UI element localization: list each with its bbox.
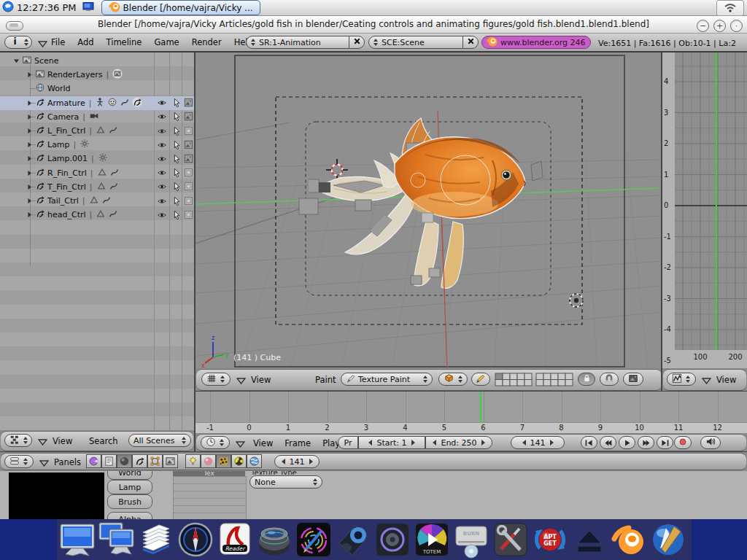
window-type-button[interactable]: i (4, 36, 32, 49)
context-button-editing[interactable] (147, 454, 163, 468)
renderable-icon[interactable] (184, 154, 193, 166)
menu-timeline[interactable]: Timeline (107, 37, 142, 47)
menu-collapse-icon[interactable] (38, 438, 47, 448)
selectable-cursor-icon[interactable] (171, 154, 182, 166)
context-button-scene[interactable] (163, 454, 178, 468)
tab-brush[interactable]: Brush (107, 494, 152, 509)
renderable-icon[interactable] (184, 140, 193, 152)
window-minimize-button[interactable]: − (697, 20, 709, 32)
record-button[interactable] (674, 436, 692, 449)
layer-grid-1[interactable] (495, 373, 533, 389)
desktop-pager-icon[interactable] (82, 1, 94, 15)
outliner-item-camera[interactable]: Camera| (0, 110, 194, 124)
menu-collapse-icon[interactable] (39, 459, 49, 469)
next-frame-button[interactable] (638, 436, 654, 449)
selectable-cursor-icon[interactable] (171, 126, 182, 139)
outliner-item-label[interactable]: R_Fin_Ctrl (47, 168, 87, 178)
renderable-icon[interactable] (184, 112, 193, 123)
dock-icon-compass[interactable] (177, 521, 214, 559)
dock-icon-speaker[interactable] (334, 521, 372, 559)
renderable-icon[interactable] (184, 196, 193, 208)
dock-icon-quill[interactable] (649, 521, 687, 559)
outliner-search-menu[interactable]: Search (89, 436, 118, 446)
visibility-eye-icon[interactable] (157, 112, 167, 124)
editor-type-button[interactable] (201, 436, 230, 449)
menu-collapse-icon[interactable] (236, 440, 245, 450)
dock-icon-camera-lens[interactable] (255, 521, 293, 559)
timeline-track[interactable] (196, 392, 747, 422)
dock-icon-dual-monitor[interactable] (98, 521, 136, 559)
outliner-item-label[interactable]: Scene (34, 56, 59, 66)
selectable-cursor-icon[interactable] (171, 182, 182, 194)
selectable-cursor-icon[interactable] (171, 140, 182, 152)
frame-field[interactable]: 141 (274, 455, 320, 468)
outliner-item-renderlayers[interactable]: RenderLayers| (0, 68, 194, 82)
screen-selector[interactable]: SR:1-Animation (246, 36, 349, 49)
menu-game[interactable]: Game (154, 37, 179, 47)
dock-icon-speaker-box[interactable] (374, 521, 411, 559)
visibility-eye-icon[interactable] (157, 210, 167, 222)
outliner-item-label[interactable]: L_Fin_Ctrl (47, 126, 85, 136)
dock-icon-apt-get[interactable]: APTGET (531, 521, 569, 559)
visibility-eye-icon[interactable] (157, 126, 167, 139)
dock-icon-eject[interactable] (570, 521, 608, 559)
outliner-item-label[interactable]: World (47, 84, 71, 93)
outliner-item-l-fin-ctrl[interactable]: L_Fin_Ctrl| (0, 124, 194, 138)
lock-layers-button[interactable] (578, 373, 595, 386)
outliner-view-menu[interactable]: View (53, 436, 72, 446)
play-button[interactable] (619, 436, 635, 449)
renderable-icon[interactable] (184, 98, 193, 109)
blender-task-button[interactable]: Blender [/home/vajra/Vicky ... (101, 0, 260, 15)
screen-delete-button[interactable] (349, 36, 365, 49)
outliner-item-tail-ctrl[interactable]: Tail_Ctrl| (0, 194, 194, 208)
subcontext-button-texture[interactable] (216, 454, 231, 468)
selectable-cursor-icon[interactable] (171, 168, 182, 180)
editor-type-button[interactable] (667, 373, 696, 386)
selectable-cursor-icon[interactable] (171, 112, 182, 124)
pivot-pencil-button[interactable] (471, 373, 490, 386)
menu-file[interactable]: File (51, 37, 65, 47)
subcontext-button-world[interactable] (247, 454, 262, 468)
mode-selector[interactable]: Texture Paint (341, 373, 433, 386)
dock-icon-burn[interactable]: BURN (452, 521, 490, 559)
outliner-item-label[interactable]: T_Fin_Ctrl (47, 182, 86, 192)
dock-icon-adobe-reader[interactable]: Reader (216, 521, 254, 559)
render-preview-button[interactable] (623, 373, 643, 386)
expander-icon[interactable] (12, 57, 20, 65)
dock-icon-book[interactable] (137, 521, 175, 559)
dock-icon-paint-pen[interactable] (295, 521, 333, 559)
context-button-logic[interactable] (86, 454, 101, 468)
outliner-item-label[interactable]: RenderLayers (47, 70, 103, 79)
outliner-item-label[interactable]: Tail_Ctrl (47, 196, 79, 206)
context-button-shading[interactable] (117, 454, 132, 468)
outliner-item-label[interactable]: Armature (47, 98, 85, 108)
menu-add[interactable]: Add (77, 37, 93, 47)
outliner-item-armature[interactable]: Armature| (0, 96, 194, 110)
start-frame-field[interactable]: Start: 1 (358, 436, 425, 449)
timeline-menu-view[interactable]: View (253, 438, 273, 448)
visibility-eye-icon[interactable] (157, 168, 167, 180)
blender-org-badge[interactable]: www.blender.org 246 (481, 36, 591, 49)
outliner-item-label[interactable]: head_Ctrl (47, 210, 86, 219)
context-button-script[interactable] (101, 454, 117, 468)
selectable-cursor-icon[interactable] (171, 196, 182, 209)
layer-grid-2[interactable] (535, 373, 573, 389)
outliner-item-label[interactable]: Lamp (47, 140, 70, 149)
renderable-icon[interactable] (184, 168, 193, 179)
scene-delete-button[interactable] (462, 36, 479, 49)
renderable-icon[interactable] (184, 210, 193, 222)
jump-start-button[interactable] (581, 436, 597, 449)
jump-end-button[interactable] (657, 436, 673, 449)
timeline-menu-frame[interactable]: Frame (285, 438, 311, 448)
dock-icon-totem[interactable]: TOTEM (413, 521, 451, 559)
ipo-editor[interactable]: 43210-1-2-3-4-5100200 (662, 52, 747, 368)
outliner-item-scene[interactable]: Scene (0, 54, 194, 68)
context-button-object[interactable] (132, 454, 147, 468)
viewport-3d[interactable]: z y x (196, 52, 662, 368)
menu-collapse-icon[interactable] (236, 377, 246, 386)
subcontext-button-lamp[interactable] (185, 454, 201, 468)
tab-world[interactable]: World (107, 471, 152, 480)
outliner-filter-select[interactable]: All Scenes (128, 434, 191, 447)
menu-render[interactable]: Render (192, 37, 222, 47)
dock-icon-tools[interactable] (492, 521, 530, 559)
